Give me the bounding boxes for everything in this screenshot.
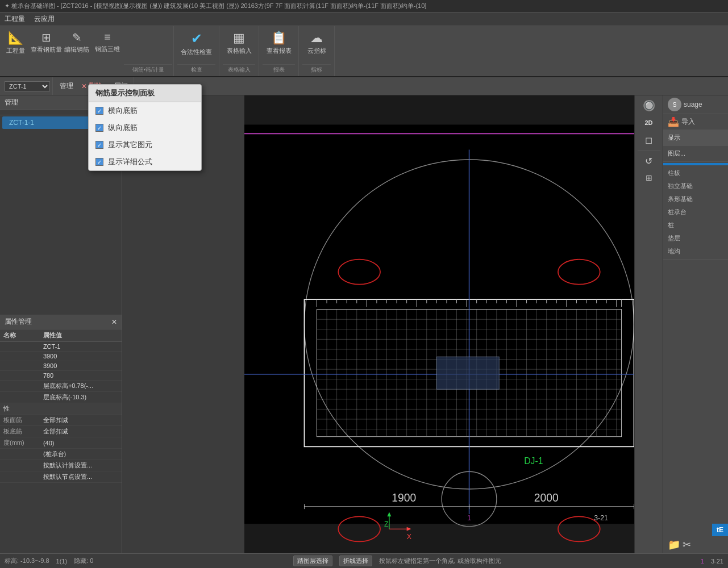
item-label-horizontal: 横向底筋 [108, 106, 138, 116]
menu-item-yunyingyong[interactable]: 云应用 [34, 14, 55, 24]
dropdown-item-detail[interactable]: 显示详细公式 [89, 153, 201, 170]
main-toolbar: 📐 工程量 ⊞ 查看钢筋量 ✎ 编辑钢筋 ≡ 钢筋三维 钢筋•筛/计量 ✔ 合法… [0, 26, 728, 77]
props-table: 名称 属性值 ZCT-1 3900 3900 [0, 329, 122, 553]
status-btn-break-select[interactable]: 折线选择 [339, 556, 372, 566]
status-count: 1(1) [56, 558, 68, 565]
toolbar-group-index: ☁ 云指标 指标 [299, 26, 335, 76]
toolbar-group-table: ▦ 表格输入 表格输入 [219, 26, 259, 76]
svg-text:X: X [407, 533, 411, 541]
edit-steel-icon: ✎ [72, 31, 82, 44]
table-row: 780 [0, 371, 122, 381]
item-label-other: 显示其它图元 [108, 140, 152, 150]
svg-text:1: 1 [467, 514, 471, 522]
table-row: ZCT-1 [0, 342, 122, 352]
toolbar-btn-cloud-index[interactable]: ☁ 云指标 [302, 28, 331, 57]
checkbox-horizontal[interactable] [95, 107, 103, 115]
cad-drawing: DJ-1 1900 2000 80 Z X 1 3-21 [244, 95, 694, 553]
table-row: 板底筋 全部扣减 [0, 426, 122, 437]
item-label-vertical: 纵向底筋 [108, 123, 138, 133]
rsp-layer-header[interactable]: 图层... [663, 146, 728, 162]
rsp-section-pilecap[interactable]: 桩承台 [663, 206, 728, 219]
dropdown-item-vertical[interactable]: 纵向底筋 [89, 119, 201, 136]
view-steel-icon: ⊞ [41, 31, 51, 44]
table-row: 3900 [0, 361, 122, 371]
table-row: 层底标高(-10.3) [0, 392, 122, 403]
rsp-display-header: 显示 [663, 130, 728, 146]
toolbar-btn-steel-3d[interactable]: ≡ 钢筋三维 [93, 28, 122, 56]
legal-check-icon: ✔ [191, 31, 202, 47]
rsp-section-bedding[interactable]: 垫层 [663, 232, 728, 245]
toolbar-group-check: ✔ 合法性检查 检查 [174, 26, 219, 76]
checkbox-detail[interactable] [95, 158, 103, 166]
title-bar: ✦ 桩承台基础详图 - [ZCT2016 - [模型视图(显示视图 (显)) 建… [0, 0, 728, 12]
toolbar-btn-edit-steel[interactable]: ✎ 编辑钢筋 [63, 28, 91, 56]
username: suage [684, 101, 702, 108]
svg-text:3-21: 3-21 [594, 514, 608, 522]
item-label-detail: 显示详细公式 [108, 157, 152, 167]
status-btn-snap[interactable]: 踏图层选择 [293, 556, 332, 566]
title-text: ✦ 桩承台基础详图 - [ZCT2016 - [模型视图(显示视图 (显)) 建… [5, 2, 426, 10]
group3-label: 表格输入 [223, 64, 255, 74]
canvas-area[interactable]: DJ-1 1900 2000 80 Z X 1 3-21 [244, 95, 694, 553]
props-panel: 属性管理 ✕ 名称 属性值 ZCT-1 3 [0, 315, 122, 553]
tb2-select-group: ZCT-1 [2, 77, 53, 95]
import-icon: 📥 [668, 116, 679, 127]
table-icon: ▦ [233, 31, 245, 45]
rt-btn-2d[interactable]: 2D [635, 115, 663, 131]
te-badge: tE [712, 524, 728, 536]
steel-display-panel: 钢筋显示控制面板 横向底筋 纵向底筋 显示其它图元 显示详细公式 [88, 84, 202, 171]
table-row: 层底标高+0.78(-... [0, 381, 122, 392]
import-label[interactable]: 导入 [681, 117, 695, 127]
rt-btn-sphere[interactable]: 🔘 [635, 98, 663, 114]
right-side-panel: S suage 📥 导入 显示 图层... 柱板 独立基础 条形基础 桩承台 桩… [663, 95, 728, 553]
tb2-btn-manage[interactable]: 管理 [56, 80, 77, 92]
folder-icon[interactable]: 📁 [668, 538, 680, 551]
rsp-section-isolated[interactable]: 独立基础 [663, 179, 728, 193]
steel-3d-icon: ≡ [104, 31, 111, 44]
group2-label: 检查 [177, 64, 215, 74]
user-initials: S [673, 102, 677, 108]
menu-bar: 工程量 云应用 [0, 12, 728, 26]
props-section-row: 性 [0, 403, 122, 415]
measure-icon: 📐 [8, 31, 23, 45]
rsp-section-trench[interactable]: 地沟 [663, 245, 728, 258]
toolbar-btn-view-steel[interactable]: ⊞ 查看钢筋量 [32, 28, 60, 56]
user-avatar: S [668, 98, 681, 111]
element-selector[interactable]: ZCT-1 [5, 81, 50, 91]
cut-icon[interactable]: ✂ [683, 538, 691, 551]
svg-text:Z: Z [384, 520, 389, 528]
props-header: 属性管理 ✕ [0, 315, 122, 329]
rsp-section-strip[interactable]: 条形基础 [663, 193, 728, 206]
col-name: 名称 [0, 329, 40, 342]
toolbar-btn-legal-check[interactable]: ✔ 合法性检查 [177, 28, 215, 59]
toolbar-btn-measure[interactable]: 📐 工程量 [1, 28, 30, 57]
toolbar-btn-view-report[interactable]: 📋 查看报表 [263, 28, 295, 57]
svg-rect-86 [436, 357, 499, 389]
rt-btn-rotate[interactable]: ↺ [635, 153, 663, 169]
svg-text:1900: 1900 [392, 492, 416, 504]
active-indicator [663, 163, 728, 165]
table-row: 度(mm) (40) [0, 437, 122, 449]
dropdown-title: 钢筋显示控制面板 [89, 85, 201, 102]
status-bar: 标高: -10.3~-9.8 1(1) 隐藏: 0 踏图层选择 折线选择 按鼠标… [0, 553, 728, 568]
table-row: 3900 [0, 352, 122, 361]
status-coord: 3-21 [711, 558, 723, 565]
svg-text:2000: 2000 [534, 492, 559, 504]
table-row: 按默认计算设置... [0, 460, 122, 471]
dropdown-item-other[interactable]: 显示其它图元 [89, 136, 201, 153]
checkbox-other[interactable] [95, 141, 103, 149]
rt-btn-cube[interactable]: ◻ [635, 132, 663, 148]
props-close-icon[interactable]: ✕ [111, 318, 117, 326]
toolbar-btn-table-input[interactable]: ▦ 表格输入 [223, 28, 255, 57]
rt-btn-grid-view[interactable]: ⊞ [635, 170, 663, 186]
rsp-section-column[interactable]: 柱板 [663, 166, 728, 179]
rt-sep1 [638, 150, 660, 151]
dropdown-item-horizontal[interactable]: 横向底筋 [89, 102, 201, 119]
group4-label: 报表 [263, 64, 295, 74]
rsp-sep [663, 259, 728, 260]
table-row: 按默认节点设置... [0, 471, 122, 483]
menu-item-gongchengliang[interactable]: 工程量 [5, 14, 25, 24]
checkbox-vertical[interactable] [95, 124, 103, 132]
props-title: 属性管理 [5, 317, 32, 327]
rsp-section-pile[interactable]: 桩 [663, 219, 728, 232]
